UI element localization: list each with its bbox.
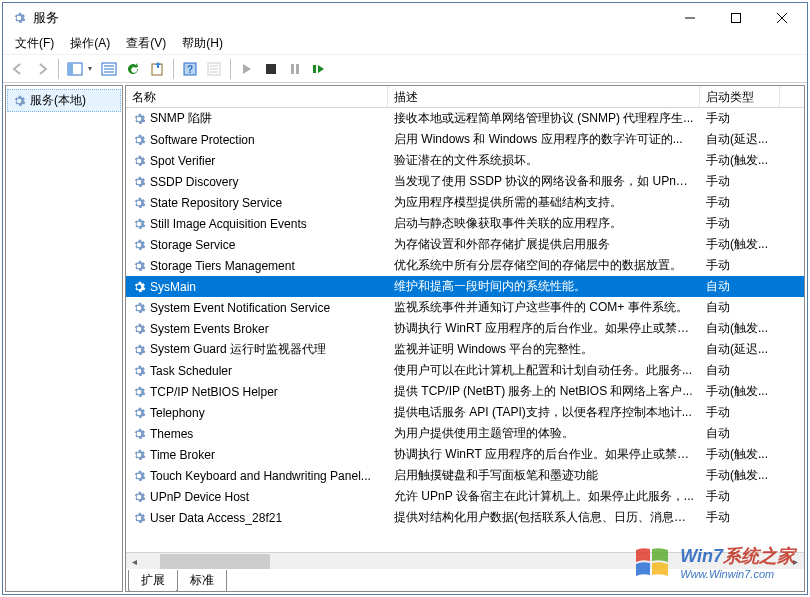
service-gear-icon bbox=[132, 238, 146, 252]
sidebar-item-label: 服务(本地) bbox=[30, 92, 86, 109]
close-button[interactable] bbox=[759, 4, 805, 32]
service-row[interactable]: System Event Notification Service监视系统事件并… bbox=[126, 297, 804, 318]
service-startup: 手动 bbox=[700, 173, 780, 190]
service-gear-icon bbox=[132, 133, 146, 147]
service-desc: 验证潜在的文件系统损坏。 bbox=[388, 152, 700, 169]
h-scrollbar[interactable]: ◂ ▸ bbox=[126, 552, 804, 569]
service-row[interactable]: System Guard 运行时监视器代理监视并证明 Windows 平台的完整… bbox=[126, 339, 804, 360]
tab-extended[interactable]: 扩展 bbox=[128, 570, 178, 592]
service-name: Storage Tiers Management bbox=[150, 259, 295, 273]
svg-rect-17 bbox=[266, 64, 276, 74]
scroll-left-icon[interactable]: ◂ bbox=[126, 556, 143, 567]
tab-standard[interactable]: 标准 bbox=[177, 570, 227, 592]
minimize-button[interactable] bbox=[667, 4, 713, 32]
menu-file[interactable]: 文件(F) bbox=[7, 33, 62, 54]
service-gear-icon bbox=[132, 427, 146, 441]
svg-rect-1 bbox=[732, 14, 741, 23]
service-row[interactable]: TCP/IP NetBIOS Helper提供 TCP/IP (NetBT) 服… bbox=[126, 381, 804, 402]
service-startup: 手动(触发... bbox=[700, 467, 780, 484]
service-gear-icon bbox=[132, 196, 146, 210]
service-gear-icon bbox=[132, 364, 146, 378]
help-button[interactable]: ? bbox=[179, 58, 201, 80]
action-menu-button[interactable] bbox=[203, 58, 225, 80]
service-desc: 提供 TCP/IP (NetBT) 服务上的 NetBIOS 和网络上客户... bbox=[388, 383, 700, 400]
service-gear-icon bbox=[132, 490, 146, 504]
service-row[interactable]: Spot Verifier验证潜在的文件系统损坏。手动(触发... bbox=[126, 150, 804, 171]
svg-rect-19 bbox=[296, 64, 299, 74]
nav-forward-button[interactable] bbox=[31, 58, 53, 80]
menu-action[interactable]: 操作(A) bbox=[62, 33, 118, 54]
refresh-button[interactable] bbox=[122, 58, 144, 80]
main-panel: 名称 描述 启动类型 SNMP 陷阱接收本地或远程简单网络管理协议 (SNMP)… bbox=[125, 85, 805, 592]
service-desc: 提供对结构化用户数据(包括联系人信息、日历、消息和... bbox=[388, 509, 700, 526]
service-row[interactable]: Task Scheduler使用户可以在此计算机上配置和计划自动任务。此服务..… bbox=[126, 360, 804, 381]
service-startup: 自动 bbox=[700, 362, 780, 379]
menu-view[interactable]: 查看(V) bbox=[118, 33, 174, 54]
scroll-right-icon[interactable]: ▸ bbox=[787, 556, 804, 567]
service-name: TCP/IP NetBIOS Helper bbox=[150, 385, 278, 399]
service-row[interactable]: Themes为用户提供使用主题管理的体验。自动 bbox=[126, 423, 804, 444]
svg-rect-5 bbox=[68, 63, 73, 75]
maximize-button[interactable] bbox=[713, 4, 759, 32]
services-list[interactable]: SNMP 陷阱接收本地或远程简单网络管理协议 (SNMP) 代理程序生...手动… bbox=[126, 108, 804, 552]
service-startup: 手动(触发... bbox=[700, 446, 780, 463]
service-row[interactable]: Time Broker协调执行 WinRT 应用程序的后台作业。如果停止或禁用.… bbox=[126, 444, 804, 465]
service-row[interactable]: Storage Tiers Management优化系统中所有分层存储空间的存储… bbox=[126, 255, 804, 276]
service-name: SNMP 陷阱 bbox=[150, 110, 212, 127]
service-row[interactable]: State Repository Service为应用程序模型提供所需的基础结构… bbox=[126, 192, 804, 213]
stop-service-button[interactable] bbox=[260, 58, 282, 80]
service-row[interactable]: SysMain维护和提高一段时间内的系统性能。自动 bbox=[126, 276, 804, 297]
service-startup: 手动 bbox=[700, 257, 780, 274]
service-row[interactable]: System Events Broker协调执行 WinRT 应用程序的后台作业… bbox=[126, 318, 804, 339]
service-row[interactable]: UPnP Device Host允许 UPnP 设备宿主在此计算机上。如果停止此… bbox=[126, 486, 804, 507]
service-row[interactable]: User Data Access_28f21提供对结构化用户数据(包括联系人信息… bbox=[126, 507, 804, 528]
toolbar-dropdown-icon[interactable]: ▾ bbox=[88, 64, 96, 73]
nav-back-button[interactable] bbox=[7, 58, 29, 80]
scrollbar-thumb[interactable] bbox=[160, 554, 270, 569]
show-hide-tree-button[interactable] bbox=[64, 58, 86, 80]
service-name: Themes bbox=[150, 427, 193, 441]
start-service-button[interactable] bbox=[236, 58, 258, 80]
service-desc: 启用 Windows 和 Windows 应用程序的数字许可证的... bbox=[388, 131, 700, 148]
restart-service-button[interactable] bbox=[308, 58, 330, 80]
view-tabs: 扩展 标准 bbox=[126, 569, 804, 591]
service-desc: 使用户可以在此计算机上配置和计划自动任务。此服务... bbox=[388, 362, 700, 379]
service-startup: 手动(触发... bbox=[700, 236, 780, 253]
service-startup: 手动 bbox=[700, 110, 780, 127]
service-desc: 维护和提高一段时间内的系统性能。 bbox=[388, 278, 700, 295]
service-desc: 监视并证明 Windows 平台的完整性。 bbox=[388, 341, 700, 358]
service-startup: 手动 bbox=[700, 194, 780, 211]
service-row[interactable]: SSDP Discovery当发现了使用 SSDP 协议的网络设备和服务，如 U… bbox=[126, 171, 804, 192]
service-startup: 手动 bbox=[700, 488, 780, 505]
properties-button[interactable] bbox=[98, 58, 120, 80]
service-gear-icon bbox=[132, 154, 146, 168]
service-desc: 提供电话服务 API (TAPI)支持，以便各程序控制本地计... bbox=[388, 404, 700, 421]
service-row[interactable]: Software Protection启用 Windows 和 Windows … bbox=[126, 129, 804, 150]
export-list-button[interactable] bbox=[146, 58, 168, 80]
service-startup: 手动 bbox=[700, 509, 780, 526]
service-desc: 为应用程序模型提供所需的基础结构支持。 bbox=[388, 194, 700, 211]
service-row[interactable]: Telephony提供电话服务 API (TAPI)支持，以便各程序控制本地计.… bbox=[126, 402, 804, 423]
service-desc: 允许 UPnP 设备宿主在此计算机上。如果停止此服务，... bbox=[388, 488, 700, 505]
service-row[interactable]: SNMP 陷阱接收本地或远程简单网络管理协议 (SNMP) 代理程序生...手动 bbox=[126, 108, 804, 129]
service-gear-icon bbox=[132, 301, 146, 315]
services-gear-icon bbox=[12, 94, 26, 108]
service-row[interactable]: Storage Service为存储设置和外部存储扩展提供启用服务手动(触发..… bbox=[126, 234, 804, 255]
service-name: Software Protection bbox=[150, 133, 255, 147]
sidebar-services-local[interactable]: 服务(本地) bbox=[7, 89, 121, 112]
services-gear-icon bbox=[11, 10, 27, 26]
menu-help[interactable]: 帮助(H) bbox=[174, 33, 231, 54]
service-row[interactable]: Touch Keyboard and Handwriting Panel...启… bbox=[126, 465, 804, 486]
pause-service-button[interactable] bbox=[284, 58, 306, 80]
column-header-name[interactable]: 名称 bbox=[126, 86, 388, 107]
service-gear-icon bbox=[132, 511, 146, 525]
service-startup: 手动(触发... bbox=[700, 383, 780, 400]
service-row[interactable]: Still Image Acquisition Events启动与静态映像获取事… bbox=[126, 213, 804, 234]
service-desc: 监视系统事件并通知订户这些事件的 COM+ 事件系统。 bbox=[388, 299, 700, 316]
column-header-desc[interactable]: 描述 bbox=[388, 86, 700, 107]
svg-rect-18 bbox=[291, 64, 294, 74]
toolbar: ▾ ? bbox=[3, 55, 807, 83]
service-startup: 自动(触发... bbox=[700, 320, 780, 337]
column-header-startup[interactable]: 启动类型 bbox=[700, 86, 780, 107]
service-name: Touch Keyboard and Handwriting Panel... bbox=[150, 469, 371, 483]
